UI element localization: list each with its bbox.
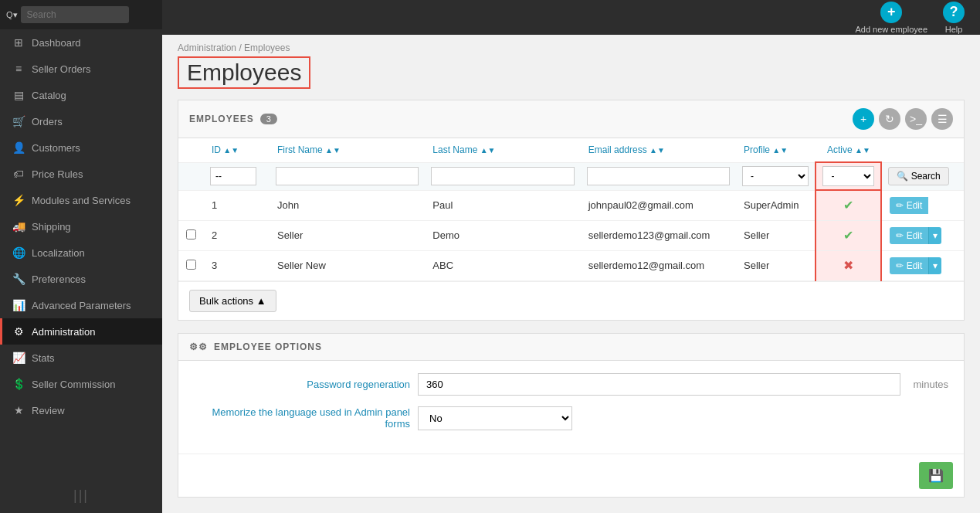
modules-icon: ⚡ xyxy=(12,194,25,206)
row2-checkbox[interactable] xyxy=(186,229,196,240)
row3-edit-button[interactable]: ✏ Edit xyxy=(890,257,928,274)
sidebar-item-localization[interactable]: 🌐 Localization xyxy=(0,240,162,266)
sidebar-item-seller-orders[interactable]: ≡ Seller Orders xyxy=(0,56,162,82)
terminal-icon-btn[interactable]: >_ xyxy=(905,108,927,130)
sidebar-item-preferences[interactable]: 🔧 Preferences xyxy=(0,266,162,292)
bulk-actions-button[interactable]: Bulk actions ▲ xyxy=(189,290,276,312)
options-header: ⚙⚙ EMPLOYEE OPTIONS xyxy=(178,334,964,361)
col-first-name: First Name ▲▼ xyxy=(270,138,425,162)
sidebar-item-label: Preferences xyxy=(32,273,86,285)
col-email-label: Email address xyxy=(588,144,647,155)
filter-email-input[interactable] xyxy=(587,167,730,185)
bulk-actions-caret-icon: ▲ xyxy=(256,295,266,307)
breadcrumb-current: Employees xyxy=(244,42,290,53)
row2-edit-group: ✏ Edit ▾ xyxy=(890,227,956,244)
sort-id-icon[interactable]: ▲▼ xyxy=(223,146,239,155)
sidebar-item-stats[interactable]: 📈 Stats xyxy=(0,345,162,371)
col-active: Active ▲▼ xyxy=(816,138,881,162)
breadcrumb: Administration / Employees xyxy=(178,42,965,53)
sidebar-item-administration[interactable]: ⚙ Administration xyxy=(0,318,162,345)
row2-edit-caret-button[interactable]: ▾ xyxy=(928,227,941,244)
sidebar-item-seller-commission[interactable]: 💲 Seller Commission xyxy=(0,371,162,397)
sidebar-item-label: Stats xyxy=(32,352,55,364)
sidebar-item-catalog[interactable]: ▤ Catalog xyxy=(0,82,162,108)
row3-edit-caret-button[interactable]: ▾ xyxy=(928,257,941,274)
sidebar-item-label: Seller Orders xyxy=(32,63,91,75)
row3-active-cell: ✖ xyxy=(816,250,881,280)
row2-profile: Seller xyxy=(736,220,816,250)
card-header-left: EMPLOYEES 3 xyxy=(189,114,277,124)
sidebar-item-review[interactable]: ★ Review xyxy=(0,397,162,423)
row3-checkbox[interactable] xyxy=(186,260,196,270)
sidebar-item-modules-services[interactable]: ⚡ Modules and Services xyxy=(0,187,162,213)
row2-actions: ✏ Edit ▾ xyxy=(881,220,964,250)
sidebar-search-input[interactable] xyxy=(21,6,129,23)
active-check-icon: ✔ xyxy=(843,229,853,242)
row2-email: sellerdemo123@gmail.com xyxy=(581,220,736,250)
row2-edit-button[interactable]: ✏ Edit xyxy=(890,227,928,244)
shipping-icon: 🚚 xyxy=(12,220,25,233)
row1-edit-group: ✏ Edit xyxy=(890,197,956,214)
sidebar-item-orders[interactable]: 🛒 Orders xyxy=(0,108,162,134)
sidebar-item-advanced-parameters[interactable]: 📊 Advanced Parameters xyxy=(0,292,162,318)
sort-lastname-icon[interactable]: ▲▼ xyxy=(480,146,496,155)
row3-lastname: ABC xyxy=(425,250,580,280)
refresh-icon-btn[interactable]: ↻ xyxy=(879,108,900,130)
sidebar-item-shipping[interactable]: 🚚 Shipping xyxy=(0,213,162,240)
orders-icon: 🛒 xyxy=(12,115,25,127)
row3-profile: Seller xyxy=(736,250,816,280)
sort-firstname-icon[interactable]: ▲▼ xyxy=(325,146,341,155)
save-button[interactable]: 💾 xyxy=(919,462,953,489)
employee-options-card: ⚙⚙ EMPLOYEE OPTIONS Password regeneratio… xyxy=(178,333,965,498)
sort-active-icon[interactable]: ▲▼ xyxy=(855,146,870,155)
col-last-name: Last Name ▲▼ xyxy=(425,138,580,162)
filter-firstname-input[interactable] xyxy=(276,167,419,185)
dashboard-icon: ⊞ xyxy=(12,36,25,49)
topbar: + Add new employee ? Help xyxy=(162,0,980,35)
active-check-icon: ✔ xyxy=(843,199,853,212)
add-row-icon-btn[interactable]: + xyxy=(853,108,874,130)
sidebar-item-customers[interactable]: 👤 Customers xyxy=(0,134,162,161)
help-button[interactable]: ? Help xyxy=(943,2,965,34)
password-regen-input[interactable] xyxy=(418,373,900,396)
filter-id-input[interactable] xyxy=(210,167,256,185)
employees-table-body: 1 John Paul johnpaul02@gmail.com SuperAd… xyxy=(178,190,964,280)
price-rules-icon: 🏷 xyxy=(12,168,25,180)
password-regen-row: Password regeneration minutes xyxy=(194,373,948,396)
row1-checkbox-cell xyxy=(178,190,204,220)
row1-edit-button[interactable]: ✏ Edit xyxy=(890,197,928,214)
columns-icon-btn[interactable]: ☰ xyxy=(931,108,953,130)
add-employee-button[interactable]: + Add new employee xyxy=(855,2,927,34)
password-regen-label: Password regeneration xyxy=(194,379,410,390)
sort-email-icon[interactable]: ▲▼ xyxy=(649,146,665,155)
sidebar-item-dashboard[interactable]: ⊞ Dashboard xyxy=(0,29,162,56)
table-filter-row: - - 🔍 Search xyxy=(178,162,964,190)
row3-edit-group: ✏ Edit ▾ xyxy=(890,257,956,274)
sidebar-item-label: Orders xyxy=(32,116,63,127)
filter-lastname-input[interactable] xyxy=(431,167,574,185)
seller-orders-icon: ≡ xyxy=(12,63,25,75)
sidebar-item-label: Advanced Parameters xyxy=(32,300,131,311)
inactive-check-icon: ✖ xyxy=(843,259,853,272)
filter-active-cell: - xyxy=(816,162,881,190)
row1-id: 1 xyxy=(204,190,270,220)
filter-profile-select[interactable]: - xyxy=(742,166,809,186)
options-title: EMPLOYEE OPTIONS xyxy=(214,341,322,352)
col-actions xyxy=(881,138,964,162)
col-first-name-label: First Name xyxy=(277,144,323,155)
review-icon: ★ xyxy=(12,404,25,416)
filter-search-button[interactable]: 🔍 Search xyxy=(888,167,948,185)
content-area: Administration / Employees Employees EMP… xyxy=(162,35,980,513)
memorize-language-select[interactable]: No Yes xyxy=(418,406,572,430)
sidebar-item-price-rules[interactable]: 🏷 Price Rules xyxy=(0,161,162,187)
help-label: Help xyxy=(945,25,963,34)
table-row: 3 Seller New ABC sellerdemo12@gmail.com … xyxy=(178,250,964,280)
row3-email: sellerdemo12@gmail.com xyxy=(581,250,736,280)
sidebar-item-label: Customers xyxy=(32,142,80,154)
bulk-actions-label: Bulk actions xyxy=(199,295,253,307)
filter-active-select[interactable]: - xyxy=(822,166,874,186)
advanced-icon: 📊 xyxy=(12,299,25,311)
sidebar-item-label: Administration xyxy=(32,326,95,338)
sidebar-item-label: Modules and Services xyxy=(32,195,131,206)
sort-profile-icon[interactable]: ▲▼ xyxy=(772,146,788,155)
